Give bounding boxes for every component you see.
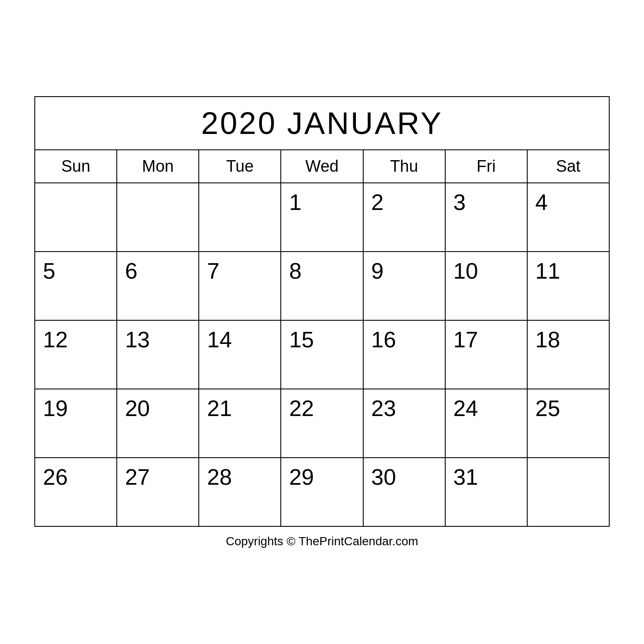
day-cell-13: 13 (117, 320, 199, 389)
day-cell-23: 23 (363, 389, 445, 458)
day-cell-2: 2 (363, 183, 445, 252)
day-cell-20: 20 (117, 389, 199, 458)
day-cell-7: 7 (199, 252, 281, 320)
day-cell-1: 1 (281, 183, 363, 252)
day-cell-14: 14 (199, 320, 281, 389)
day-cell-26: 26 (35, 458, 117, 526)
header-wed: Wed (281, 150, 363, 183)
day-cell-28: 28 (199, 458, 281, 526)
day-cell-empty-w0d1 (117, 183, 199, 252)
header-fri: Fri (445, 150, 527, 183)
day-cell-29: 29 (281, 458, 363, 526)
day-cell-empty-w0d0 (35, 183, 117, 252)
day-cell-5: 5 (35, 252, 117, 320)
header-tue: Tue (199, 150, 281, 183)
day-cell-empty-w4d6 (527, 458, 609, 526)
day-cell-4: 4 (527, 183, 609, 252)
header-mon: Mon (117, 150, 199, 183)
day-cell-19: 19 (35, 389, 117, 458)
day-cell-18: 18 (527, 320, 609, 389)
day-cell-22: 22 (281, 389, 363, 458)
calendar-title-row: 2020 JANUARY (35, 97, 609, 150)
day-cell-30: 30 (363, 458, 445, 526)
day-cell-31: 31 (445, 458, 527, 526)
day-cell-8: 8 (281, 252, 363, 320)
day-cell-17: 17 (445, 320, 527, 389)
day-cell-25: 25 (527, 389, 609, 458)
day-cell-15: 15 (281, 320, 363, 389)
week-row-2: 567891011 (35, 252, 609, 320)
calendar-wrapper: 2020 JANUARY Sun Mon Tue Wed Thu Fri Sat… (34, 96, 610, 548)
day-cell-16: 16 (363, 320, 445, 389)
week-row-5: 262728293031 (35, 458, 609, 526)
day-cell-21: 21 (199, 389, 281, 458)
day-cell-9: 9 (363, 252, 445, 320)
week-row-1: 1234 (35, 183, 609, 252)
day-cell-empty-w0d2 (199, 183, 281, 252)
week-row-4: 19202122232425 (35, 389, 609, 458)
calendar-title: 2020 JANUARY (35, 97, 609, 150)
day-cell-6: 6 (117, 252, 199, 320)
day-cell-11: 11 (527, 252, 609, 320)
day-cell-12: 12 (35, 320, 117, 389)
day-cell-27: 27 (117, 458, 199, 526)
copyright-text: Copyrights © ThePrintCalendar.com (226, 535, 418, 548)
header-thu: Thu (363, 150, 445, 183)
day-header-row: Sun Mon Tue Wed Thu Fri Sat (35, 150, 609, 183)
header-sat: Sat (527, 150, 609, 183)
calendar-table: 2020 JANUARY Sun Mon Tue Wed Thu Fri Sat… (34, 96, 610, 527)
day-cell-3: 3 (445, 183, 527, 252)
week-row-3: 12131415161718 (35, 320, 609, 389)
day-cell-24: 24 (445, 389, 527, 458)
header-sun: Sun (35, 150, 117, 183)
day-cell-10: 10 (445, 252, 527, 320)
